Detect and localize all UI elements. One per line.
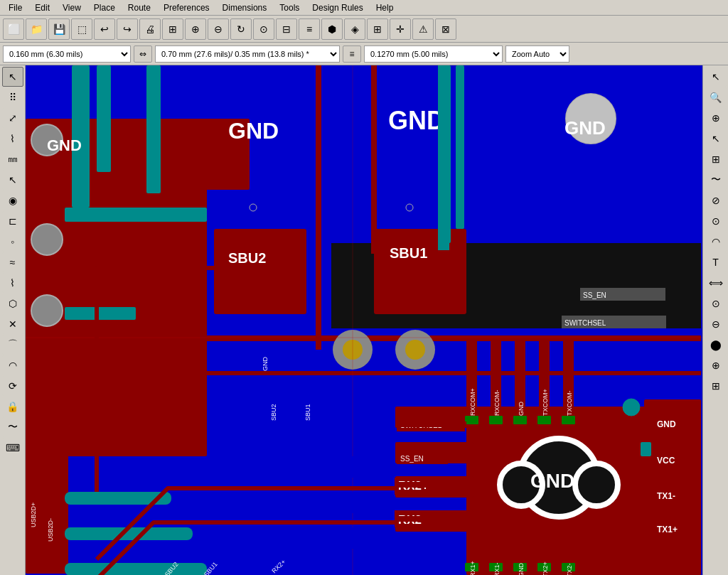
svg-text:SBU1: SBU1 <box>390 245 427 261</box>
svg-text:GND: GND <box>388 106 445 135</box>
left-tool-11[interactable]: ⬡ <box>2 294 23 313</box>
net-inspector-icon[interactable]: ≡ <box>343 45 361 63</box>
menu-item-preferences[interactable]: Preferences <box>158 1 215 14</box>
right-tool-9[interactable]: T <box>705 252 727 272</box>
right-tool-11[interactable]: ⊙ <box>705 294 727 313</box>
mgr-button[interactable]: ⊠ <box>435 18 456 40</box>
svg-text:GND: GND <box>564 117 606 139</box>
svg-point-49 <box>31 224 63 255</box>
right-tool-2[interactable]: ⊕ <box>705 108 727 128</box>
right-tool-5[interactable]: 〜 <box>705 170 727 190</box>
svg-text:VCC: VCC <box>657 456 675 466</box>
via-select[interactable]: 0.70 mm (27.6 mils)/ 0.35 mm (13.8 mils)… <box>155 45 340 63</box>
plots-button[interactable]: ⊞ <box>162 18 183 40</box>
print-button[interactable]: 🖨 <box>139 18 161 40</box>
left-tool-10[interactable]: ⌇ <box>2 273 23 293</box>
warn-button[interactable]: ⚠ <box>412 18 434 40</box>
zoom-select[interactable]: Zoom Auto <box>505 45 569 63</box>
svg-text:GND: GND <box>47 136 82 154</box>
svg-rect-109 <box>438 65 449 250</box>
left-tool-13[interactable]: ⌒ <box>2 335 23 355</box>
left-tool-17[interactable]: 〜 <box>2 417 23 437</box>
left-tool-6[interactable]: ◉ <box>2 190 23 210</box>
open-button[interactable]: 📁 <box>26 18 47 40</box>
menu-item-dimensions[interactable]: Dimensions <box>217 1 273 14</box>
menu-item-route[interactable]: Route <box>122 1 156 14</box>
track-select[interactable]: 0.160 mm (6.30 mils) <box>3 45 131 63</box>
left-tool-5[interactable]: ↖ <box>2 170 23 190</box>
menu-item-edit[interactable]: Edit <box>29 1 55 14</box>
right-tool-8[interactable]: ◠ <box>705 232 727 252</box>
svg-text:GND: GND <box>518 402 525 417</box>
new-button[interactable]: ⬜ <box>3 18 24 40</box>
left-tool-14[interactable]: ◠ <box>2 355 23 375</box>
right-tool-14[interactable]: ⊕ <box>705 355 727 375</box>
svg-rect-33 <box>65 208 207 222</box>
zoom-fit-button[interactable]: ⊙ <box>253 18 274 40</box>
left-tool-15[interactable]: ⟳ <box>2 376 23 396</box>
left-tool-8[interactable]: ◦ <box>2 232 23 252</box>
right-tool-0[interactable]: ↖ <box>705 67 727 87</box>
svg-point-54 <box>250 204 257 211</box>
left-tool-16[interactable]: 🔒 <box>2 397 23 417</box>
right-tool-3[interactable]: ↖ <box>705 129 727 149</box>
svg-point-50 <box>31 295 63 326</box>
drc-button[interactable]: ⬢ <box>321 18 343 40</box>
left-tool-9[interactable]: ≈ <box>2 252 23 272</box>
menu-bar: FileEditViewPlaceRoutePreferencesDimensi… <box>0 0 728 16</box>
main-area: ↖⠿⤢⌇㎜↖◉⊏◦≈⌇⬡✕⌒◠⟳🔒〜⌨ <box>0 65 728 575</box>
cross-button[interactable]: ✛ <box>390 18 411 40</box>
svg-text:RXCOM-: RXCOM- <box>493 390 500 417</box>
svg-rect-24 <box>562 416 575 424</box>
netlist-button[interactable]: ≡ <box>299 18 320 40</box>
svg-rect-8 <box>26 371 701 375</box>
menu-item-file[interactable]: File <box>3 1 28 14</box>
svg-rect-107 <box>210 492 388 513</box>
zoom-out-button[interactable]: ⊖ <box>208 18 229 40</box>
svg-text:USB2D-: USB2D- <box>47 518 54 542</box>
svg-text:TXCOM+: TXCOM+ <box>542 389 549 416</box>
left-tool-7[interactable]: ⊏ <box>2 211 23 231</box>
right-tool-15[interactable]: ⊞ <box>705 376 727 396</box>
board-button[interactable]: ◈ <box>344 18 365 40</box>
menu-item-place[interactable]: Place <box>88 1 121 14</box>
right-tool-4[interactable]: ⊞ <box>705 149 727 169</box>
right-tool-13[interactable]: ⬤ <box>705 335 727 355</box>
save-button[interactable]: 💾 <box>48 18 70 40</box>
menu-item-help[interactable]: Help <box>370 1 400 14</box>
menu-item-tools[interactable]: Tools <box>274 1 305 14</box>
svg-rect-106 <box>210 456 388 478</box>
right-tool-7[interactable]: ⊙ <box>705 211 727 231</box>
grid-button[interactable]: ⊞ <box>367 18 388 40</box>
menu-item-design-rules[interactable]: Design Rules <box>306 1 368 14</box>
right-toolbar: ↖🔍⊕↖⊞〜⊘⊙◠T⟺⊙⊖⬤⊕⊞ <box>702 65 728 575</box>
svg-rect-32 <box>146 65 161 193</box>
left-tool-0[interactable]: ↖ <box>2 67 23 87</box>
left-tool-18[interactable]: ⌨ <box>2 438 23 458</box>
svg-point-55 <box>406 204 413 211</box>
zoom-area-button[interactable]: ⊟ <box>276 18 297 40</box>
svg-rect-22 <box>513 416 527 424</box>
right-tool-1[interactable]: 🔍 <box>705 87 727 107</box>
left-tool-4[interactable]: ㎜ <box>2 149 23 169</box>
page-button[interactable]: ⬚ <box>71 18 92 40</box>
left-tool-12[interactable]: ✕ <box>2 314 23 334</box>
right-tool-6[interactable]: ⊘ <box>705 190 727 210</box>
undo-button[interactable]: ↩ <box>94 18 115 40</box>
left-tool-2[interactable]: ⤢ <box>2 108 23 128</box>
redo-button[interactable]: ↪ <box>117 18 138 40</box>
right-tool-12[interactable]: ⊖ <box>705 314 727 334</box>
track-icon: ⇔ <box>134 45 152 63</box>
svg-text:RX1+: RX1+ <box>469 561 476 575</box>
svg-text:RXCOM+: RXCOM+ <box>469 388 476 416</box>
left-tool-3[interactable]: ⌇ <box>2 129 23 149</box>
menu-item-view[interactable]: View <box>57 1 87 14</box>
svg-rect-108 <box>210 527 388 549</box>
right-tool-10[interactable]: ⟺ <box>705 273 727 293</box>
left-tool-1[interactable]: ⠿ <box>2 87 23 107</box>
pcb-canvas[interactable]: GND GND GND GND SBU2 SBU1 GND SBU2 SBU1 … <box>26 65 702 575</box>
zoom-in-button[interactable]: ⊕ <box>185 18 206 40</box>
grid-select[interactable]: 0.1270 mm (5.00 mils) <box>364 45 503 63</box>
svg-text:SBU2: SBU2 <box>270 404 277 421</box>
zoom-refresh-button[interactable]: ↻ <box>230 18 252 40</box>
